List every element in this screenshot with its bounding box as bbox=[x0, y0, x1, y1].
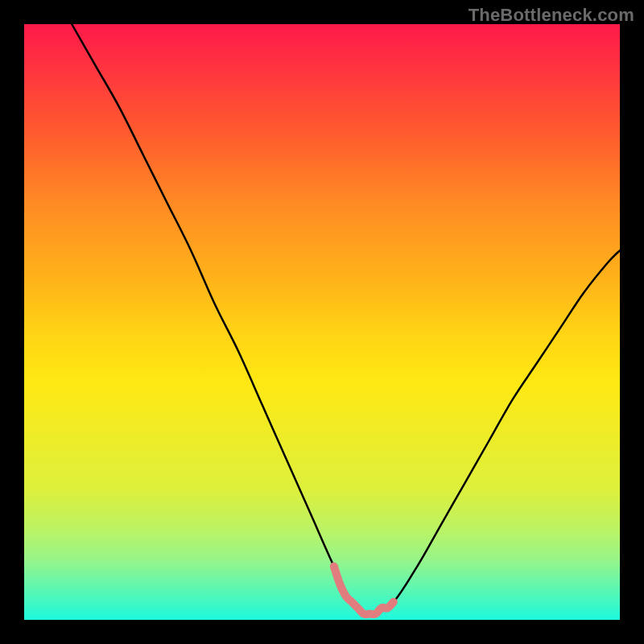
curve-layer bbox=[24, 24, 620, 620]
plot-area bbox=[24, 24, 620, 620]
watermark-text: TheBottleneck.com bbox=[469, 5, 634, 26]
chart-canvas: TheBottleneck.com bbox=[0, 0, 644, 644]
bottleneck-curve bbox=[72, 24, 620, 616]
valley-highlight bbox=[334, 566, 394, 614]
